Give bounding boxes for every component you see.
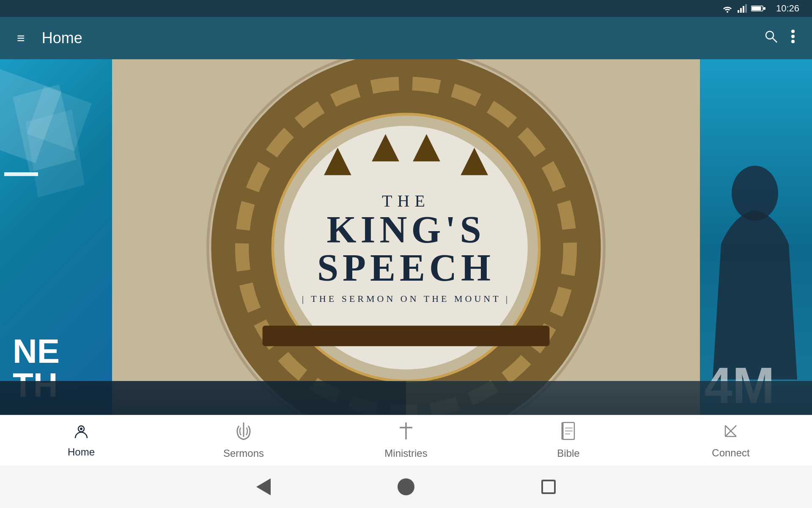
recents-button[interactable] — [541, 480, 556, 494]
svg-line-9 — [773, 38, 777, 42]
sermons-nav-icon — [236, 422, 252, 444]
carousel-slide-right: 4M — [700, 59, 812, 436]
person-silhouette — [700, 59, 812, 380]
carousel-slide-left: NETH — [0, 59, 112, 436]
home-nav-icon — [73, 423, 89, 443]
more-options-button[interactable] — [791, 29, 795, 47]
bible-nav-icon — [561, 422, 576, 444]
svg-rect-1 — [738, 10, 739, 13]
nav-item-sermons[interactable]: Sermons — [162, 417, 325, 464]
nav-item-bible[interactable]: Bible — [487, 417, 650, 464]
svg-rect-7 — [763, 7, 765, 10]
home-nav-label: Home — [68, 446, 95, 458]
system-nav — [0, 466, 812, 508]
ministries-nav-icon — [399, 422, 413, 444]
status-bar: 10:26 — [0, 0, 812, 17]
sermon-title-speech: SPEECH — [300, 249, 512, 287]
sermon-title-kings: KING'S — [300, 211, 512, 249]
svg-rect-25 — [263, 326, 550, 346]
sermon-text: THE KING'S SPEECH | THE SERMON ON THE MO… — [300, 191, 512, 304]
nav-item-connect[interactable]: Connect — [650, 418, 812, 463]
svg-point-12 — [791, 40, 795, 43]
svg-point-29 — [80, 428, 82, 430]
app-bar-actions — [764, 29, 795, 47]
svg-point-10 — [791, 30, 795, 33]
svg-rect-6 — [752, 7, 761, 11]
carousel-slide-center[interactable]: THE KING'S SPEECH | THE SERMON ON THE MO… — [112, 59, 700, 436]
sermon-subtitle: | THE SERMON ON THE MOUNT | — [300, 293, 512, 304]
main-content: NETH — [0, 59, 812, 436]
sermon-title-the: THE — [300, 191, 512, 211]
status-time: 10:26 — [776, 3, 799, 14]
carousel[interactable]: NETH — [0, 59, 812, 436]
bible-nav-label: Bible — [557, 447, 579, 459]
svg-point-8 — [766, 31, 774, 39]
ministries-nav-label: Ministries — [384, 447, 427, 459]
connect-nav-icon — [722, 422, 740, 444]
svg-rect-2 — [740, 8, 742, 13]
back-button[interactable] — [256, 478, 271, 495]
nav-item-ministries[interactable]: Ministries — [325, 417, 487, 464]
signal-icon — [738, 4, 747, 13]
wifi-icon — [721, 4, 733, 13]
svg-rect-15 — [4, 172, 38, 176]
svg-point-0 — [727, 11, 728, 13]
sermons-nav-label: Sermons — [223, 447, 264, 459]
svg-rect-4 — [745, 4, 747, 13]
search-button[interactable] — [764, 29, 778, 47]
svg-point-11 — [791, 35, 795, 38]
battery-icon — [751, 5, 765, 12]
slide-bg: THE KING'S SPEECH | THE SERMON ON THE MO… — [112, 59, 700, 436]
connect-nav-label: Connect — [712, 447, 749, 459]
hamburger-menu[interactable]: ≡ — [17, 30, 25, 46]
page-title: Home — [42, 29, 764, 47]
nav-item-home[interactable]: Home — [0, 419, 162, 462]
svg-marker-14 — [25, 110, 85, 198]
home-button[interactable] — [398, 478, 414, 495]
svg-rect-3 — [743, 6, 744, 13]
app-bar: ≡ Home — [0, 17, 812, 59]
bottom-nav: Home Sermons Ministries — [0, 415, 812, 466]
